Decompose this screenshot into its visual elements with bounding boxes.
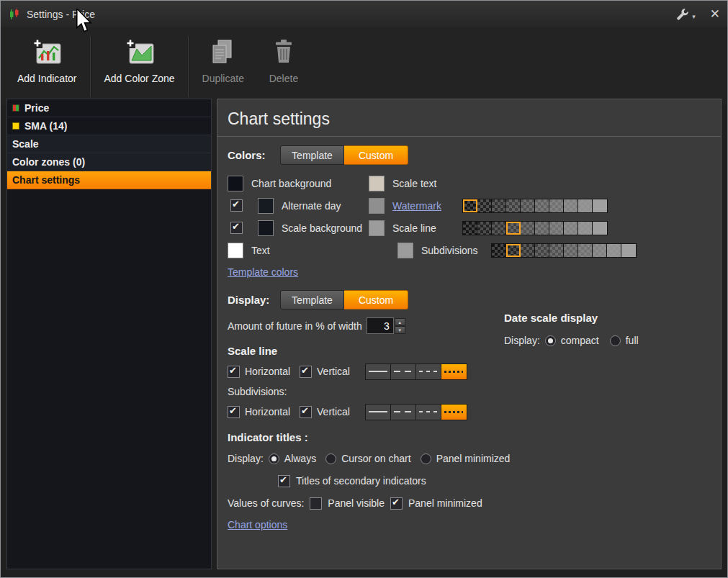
colors-custom-button[interactable]: Custom xyxy=(344,145,408,165)
titles-cursor-radio[interactable] xyxy=(325,453,336,464)
watermark-swatch[interactable] xyxy=(369,198,385,214)
line-style-dotted[interactable] xyxy=(441,405,467,420)
scale-line-horizontal-checkbox[interactable] xyxy=(228,366,240,378)
date-scale-compact-radio[interactable] xyxy=(545,335,556,346)
chart-background-swatch[interactable] xyxy=(228,176,243,191)
opacity-cell[interactable] xyxy=(535,244,549,257)
display-mode-buttons: Template Custom xyxy=(280,290,408,310)
sidebar-item-sma-14[interactable]: SMA (14) xyxy=(7,117,211,135)
opacity-cell[interactable] xyxy=(506,222,521,235)
titlebar[interactable]: Settings - Price ▾ ✕ xyxy=(1,1,727,28)
opacity-cell[interactable] xyxy=(564,222,578,235)
opacity-cell[interactable] xyxy=(521,222,535,235)
opacity-cell[interactable] xyxy=(463,222,477,235)
panel-minimized-checkbox[interactable] xyxy=(390,497,403,510)
opacity-cell[interactable] xyxy=(535,199,549,212)
future-width-stepper[interactable]: ▲▼ xyxy=(395,318,405,334)
opacity-cell[interactable] xyxy=(521,244,535,257)
add-color-zone-button[interactable]: Add Color Zone xyxy=(93,33,187,84)
titles-always-radio[interactable] xyxy=(269,453,279,464)
colors-template-button[interactable]: Template xyxy=(280,145,344,165)
opacity-cell[interactable] xyxy=(477,199,492,212)
subdivisions-vertical-checkbox[interactable] xyxy=(300,406,312,418)
opacity-cell[interactable] xyxy=(477,222,492,235)
opacity-cell[interactable] xyxy=(492,222,506,235)
opacity-cell[interactable] xyxy=(593,199,607,212)
display-custom-button[interactable]: Custom xyxy=(344,290,408,310)
watermark-link[interactable]: Watermark xyxy=(392,200,462,212)
panel-visible-checkbox[interactable] xyxy=(310,497,322,510)
titles-panel-minimized-radio[interactable] xyxy=(421,453,431,464)
subdivisions-horizontal-checkbox[interactable] xyxy=(228,406,240,418)
opacity-cell[interactable] xyxy=(564,199,578,212)
line-style-short-dash[interactable] xyxy=(416,405,441,420)
colors-label: Colors: xyxy=(228,149,280,161)
opacity-cell[interactable] xyxy=(492,244,506,257)
sidebar-item-price[interactable]: Price xyxy=(7,99,211,117)
opacity-cell[interactable] xyxy=(607,244,621,257)
line-style-short-dash[interactable] xyxy=(416,364,441,379)
date-scale-display-title: Date scale display xyxy=(504,312,639,324)
subdivisions-swatch[interactable] xyxy=(397,243,413,258)
scale-line-vertical-checkbox[interactable] xyxy=(300,366,312,378)
titles-panel-minimized-label: Panel minimized xyxy=(436,453,511,464)
opacity-cell[interactable] xyxy=(578,199,593,212)
line-style-sample xyxy=(419,411,438,412)
secondary-titles-checkbox[interactable] xyxy=(278,475,290,487)
scale-background-swatch[interactable] xyxy=(258,220,274,236)
line-style-solid[interactable] xyxy=(366,405,391,420)
line-style-solid[interactable] xyxy=(366,364,391,379)
stepper-up-icon[interactable]: ▲ xyxy=(395,318,405,326)
opacity-cell[interactable] xyxy=(564,244,578,257)
indicator-titles-display-row: Display: Always Cursor on chart Panel mi… xyxy=(228,450,711,467)
opacity-cell[interactable] xyxy=(549,199,564,212)
colors-mode-buttons: Template Custom xyxy=(280,145,408,165)
window-title: Settings - Price xyxy=(27,9,95,20)
subdivisions-label: Subdivisions xyxy=(421,245,491,256)
alternate-day-checkbox[interactable] xyxy=(230,199,243,212)
opacity-cell[interactable] xyxy=(593,244,607,257)
tools-wrench-icon[interactable] xyxy=(675,8,690,20)
line-style-sample xyxy=(369,371,387,372)
opacity-cell[interactable] xyxy=(549,244,564,257)
opacity-cell[interactable] xyxy=(492,199,506,212)
opacity-cell[interactable] xyxy=(578,244,593,257)
opacity-cell[interactable] xyxy=(463,199,477,212)
toolbar-separator xyxy=(188,36,189,97)
scale-background-checkbox[interactable] xyxy=(230,222,243,234)
sidebar-item-color-zones-0[interactable]: Color zones (0) xyxy=(7,153,211,171)
date-scale-full-radio[interactable] xyxy=(610,335,621,346)
opacity-cell[interactable] xyxy=(506,199,521,212)
scale-text-swatch[interactable] xyxy=(369,176,385,191)
opacity-cell[interactable] xyxy=(506,244,521,257)
date-scale-display-block: Date scale display Display: compact full xyxy=(504,312,639,349)
sidebar-item-chart-settings[interactable]: Chart settings xyxy=(7,171,211,189)
line-style-long-dash[interactable] xyxy=(391,405,416,420)
scale-line-swatch[interactable] xyxy=(369,220,385,236)
add-indicator-button[interactable]: Add Indicator xyxy=(6,33,89,84)
colors-grid-right: Scale text Watermark Scale line Subdivis… xyxy=(369,172,711,261)
sidebar-item-scale[interactable]: Scale xyxy=(7,135,211,153)
opacity-cell[interactable] xyxy=(578,222,593,235)
alternate-day-swatch[interactable] xyxy=(258,198,274,214)
chart-options-link[interactable]: Chart options xyxy=(228,519,287,530)
alternate-day-row: Alternate day xyxy=(228,194,369,217)
opacity-cell[interactable] xyxy=(621,244,636,257)
opacity-cell[interactable] xyxy=(593,222,607,235)
opacity-cell[interactable] xyxy=(535,222,549,235)
opacity-cell[interactable] xyxy=(549,222,564,235)
line-style-dotted[interactable] xyxy=(441,364,467,379)
tools-dropdown-caret-icon[interactable]: ▾ xyxy=(692,13,696,20)
text-color-row: Text xyxy=(228,239,369,261)
opacity-cell[interactable] xyxy=(521,199,535,212)
text-color-label: Text xyxy=(251,245,270,256)
indicator-titles-title: Indicator titles : xyxy=(228,431,711,443)
future-width-input[interactable] xyxy=(367,317,394,334)
template-colors-link[interactable]: Template colors xyxy=(228,266,298,278)
stepper-down-icon[interactable]: ▼ xyxy=(395,326,405,334)
text-color-swatch[interactable] xyxy=(228,243,243,258)
line-style-long-dash[interactable] xyxy=(391,364,416,379)
display-template-button[interactable]: Template xyxy=(280,290,344,310)
close-button[interactable]: ✕ xyxy=(710,6,720,22)
titles-always-label: Always xyxy=(284,453,316,464)
